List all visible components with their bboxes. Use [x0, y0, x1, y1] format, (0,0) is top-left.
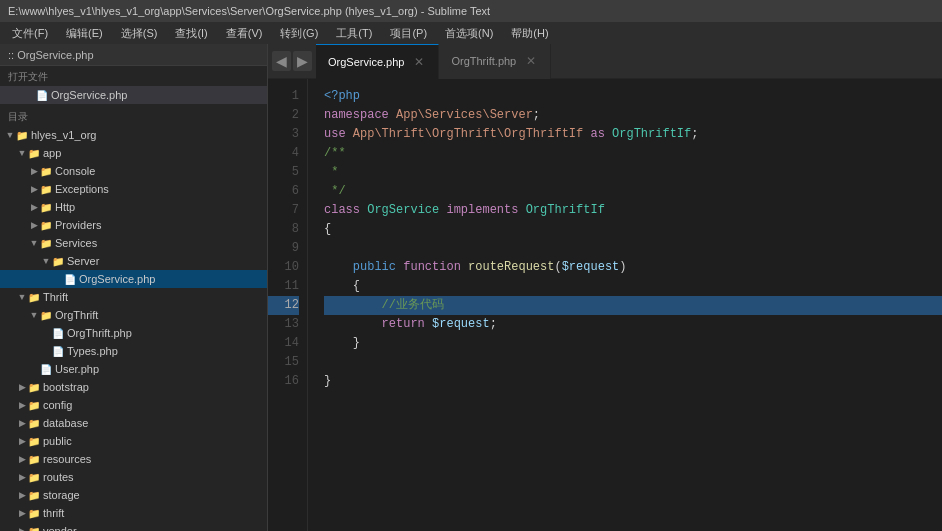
code-line-2: namespace App\Services\Server ;	[324, 106, 942, 125]
code-token: $request	[432, 315, 490, 334]
php-file-icon: 📄	[52, 346, 64, 357]
chevron-right-icon: ▶	[28, 202, 40, 212]
editor-area: ◀ ▶ OrgService.php ✕ OrgThrift.php ✕ 1 2…	[268, 44, 942, 531]
tree-label-http: Http	[55, 201, 75, 213]
code-token: ;	[490, 315, 497, 334]
menu-select[interactable]: 选择(S)	[113, 24, 166, 43]
folder-icon: 📁	[52, 256, 64, 267]
nav-back-button[interactable]: ◀	[272, 51, 291, 71]
folder-icon: 📁	[28, 382, 40, 393]
folder-label: 目录	[0, 106, 267, 126]
code-token: *	[324, 163, 338, 182]
tree-label-storage: storage	[43, 489, 80, 501]
tree-item-vendor[interactable]: ▶ 📁 vendor	[0, 522, 267, 531]
code-token: as	[590, 125, 604, 144]
chevron-right-icon: ▶	[28, 166, 40, 176]
code-token: (	[554, 258, 561, 277]
tree-item-routes[interactable]: ▶ 📁 routes	[0, 468, 267, 486]
chevron-right-icon: ▶	[16, 508, 28, 518]
code-token: App\Thrift\OrgThrift\OrgThriftIf	[353, 125, 583, 144]
chevron-right-icon: ▶	[16, 472, 28, 482]
menu-project[interactable]: 项目(P)	[382, 24, 435, 43]
title-text: E:\www\hlyes_v1\hlyes_v1_org\app\Service…	[8, 5, 490, 17]
tree-item-typesphp[interactable]: 📄 Types.php	[0, 342, 267, 360]
open-file-label: OrgService.php	[51, 89, 127, 101]
code-token: }	[324, 372, 331, 391]
tab-orgthrift-close[interactable]: ✕	[524, 54, 538, 68]
folder-icon: 📁	[40, 220, 52, 231]
chevron-down-icon: ▼	[28, 310, 40, 320]
code-editor[interactable]: 1 2 3 4 5 6 7 8 9 10 11 12 13 14 15 16	[268, 79, 942, 531]
menu-file[interactable]: 文件(F)	[4, 24, 56, 43]
tree-item-services[interactable]: ▼ 📁 Services	[0, 234, 267, 252]
tree-label-public: public	[43, 435, 72, 447]
tree-item-server[interactable]: ▼ 📁 Server	[0, 252, 267, 270]
tree-item-public[interactable]: ▶ 📁 public	[0, 432, 267, 450]
line-num-6: 6	[268, 182, 299, 201]
line-num-9: 9	[268, 239, 299, 258]
line-num-5: 5	[268, 163, 299, 182]
code-token	[324, 239, 331, 258]
folder-icon: 📁	[40, 310, 52, 321]
chevron-right-icon: ▶	[28, 220, 40, 230]
menu-view[interactable]: 查看(V)	[218, 24, 271, 43]
open-file-orgservice[interactable]: 📄 OrgService.php	[0, 86, 267, 104]
menu-prefs[interactable]: 首选项(N)	[437, 24, 501, 43]
tree-item-app[interactable]: ▼ 📁 app	[0, 144, 267, 162]
code-token	[324, 258, 353, 277]
tab-orgservice-close[interactable]: ✕	[412, 55, 426, 69]
folder-icon: 📁	[28, 508, 40, 519]
code-token: namespace	[324, 106, 389, 125]
line-num-8: 8	[268, 220, 299, 239]
code-content[interactable]: <?php namespace App\Services\Server ; us…	[308, 79, 942, 531]
line-num-10: 10	[268, 258, 299, 277]
tree-item-http[interactable]: ▶ 📁 Http	[0, 198, 267, 216]
tree-item-console[interactable]: ▶ 📁 Console	[0, 162, 267, 180]
tree-label-server: Server	[67, 255, 99, 267]
tree-label-thrift: Thrift	[43, 291, 68, 303]
tree-item-orgthrift-folder[interactable]: ▼ 📁 OrgThrift	[0, 306, 267, 324]
menu-find[interactable]: 查找(I)	[167, 24, 215, 43]
title-bar: E:\www\hlyes_v1\hlyes_v1_org\app\Service…	[0, 0, 942, 22]
code-token	[324, 353, 331, 372]
tree-item-orgthriftphp[interactable]: 📄 OrgThrift.php	[0, 324, 267, 342]
tab-orgservice[interactable]: OrgService.php ✕	[316, 44, 439, 79]
spacer-icon	[28, 364, 40, 374]
chevron-right-icon: ▶	[16, 400, 28, 410]
code-line-9	[324, 239, 942, 258]
code-token: //业务代码	[324, 296, 444, 315]
tree-item-bootstrap[interactable]: ▶ 📁 bootstrap	[0, 378, 267, 396]
tab-orgthrift[interactable]: OrgThrift.php ✕	[439, 44, 551, 79]
folder-icon: 📁	[16, 130, 28, 141]
chevron-down-icon: ▼	[16, 292, 28, 302]
tree-item-thrift[interactable]: ▼ 📁 Thrift	[0, 288, 267, 306]
menu-edit[interactable]: 编辑(E)	[58, 24, 111, 43]
tree-root[interactable]: ▼ 📁 hlyes_v1_org	[0, 126, 267, 144]
tree-item-providers[interactable]: ▶ 📁 Providers	[0, 216, 267, 234]
folder-icon: 📁	[28, 454, 40, 465]
tree-item-storage[interactable]: ▶ 📁 storage	[0, 486, 267, 504]
code-line-12: //业务代码	[324, 296, 942, 315]
tree-item-thrift-root[interactable]: ▶ 📁 thrift	[0, 504, 267, 522]
menu-tools[interactable]: 工具(T)	[328, 24, 380, 43]
code-token: ;	[533, 106, 540, 125]
code-token	[605, 125, 612, 144]
line-num-1: 1	[268, 87, 299, 106]
folder-icon: 📁	[40, 202, 52, 213]
code-line-3: use App\Thrift\OrgThrift\OrgThriftIf as …	[324, 125, 942, 144]
tree-item-resources[interactable]: ▶ 📁 resources	[0, 450, 267, 468]
tree-item-orgservice[interactable]: 📄 OrgService.php	[0, 270, 267, 288]
menu-goto[interactable]: 转到(G)	[272, 24, 326, 43]
tree-item-exceptions[interactable]: ▶ 📁 Exceptions	[0, 180, 267, 198]
line-num-14: 14	[268, 334, 299, 353]
tree-label-thrift-root: thrift	[43, 507, 64, 519]
nav-forward-button[interactable]: ▶	[293, 51, 312, 71]
menu-help[interactable]: 帮助(H)	[503, 24, 556, 43]
code-line-7: class OrgService implements OrgThriftIf	[324, 201, 942, 220]
tree-item-userphp[interactable]: 📄 User.php	[0, 360, 267, 378]
sidebar-title-text: :: OrgService.php	[8, 49, 94, 61]
tree-item-config[interactable]: ▶ 📁 config	[0, 396, 267, 414]
code-token: OrgService	[367, 201, 439, 220]
code-line-4: /**	[324, 144, 942, 163]
tree-item-database[interactable]: ▶ 📁 database	[0, 414, 267, 432]
